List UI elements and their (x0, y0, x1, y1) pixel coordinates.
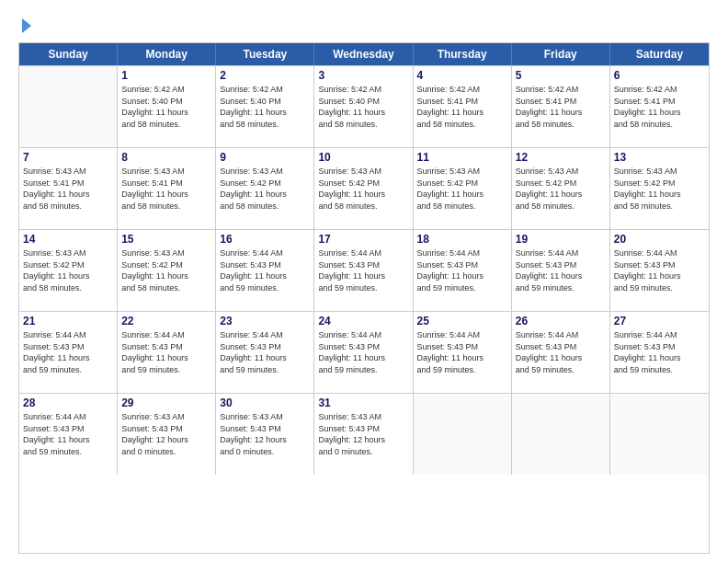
cell-info-line: and 58 minutes. (23, 201, 113, 213)
cell-info-line: Daylight: 11 hours (121, 352, 211, 364)
cell-info-line: and 59 minutes. (220, 282, 310, 294)
cell-info-line: Sunset: 5:41 PM (23, 178, 113, 190)
cell-info-line: Sunrise: 5:44 AM (516, 329, 606, 341)
weekday-header: Friday (512, 43, 610, 65)
cell-info-line: Sunset: 5:40 PM (318, 96, 408, 108)
cell-info-line: and 58 minutes. (516, 201, 606, 213)
cell-info-line: Sunset: 5:41 PM (121, 178, 211, 190)
cell-info-line: Sunrise: 5:44 AM (417, 329, 507, 341)
day-number: 1 (121, 69, 211, 82)
cell-info-line: Sunrise: 5:44 AM (121, 329, 211, 341)
calendar-cell: 14Sunrise: 5:43 AMSunset: 5:42 PMDayligh… (19, 230, 118, 311)
cell-info-line: Sunset: 5:42 PM (23, 259, 113, 271)
day-number: 21 (23, 315, 113, 327)
cell-info-line: Sunrise: 5:44 AM (23, 411, 113, 423)
cell-info-line: Sunset: 5:43 PM (220, 423, 310, 435)
calendar-cell: 12Sunrise: 5:43 AMSunset: 5:42 PMDayligh… (512, 148, 610, 229)
calendar-row: 7Sunrise: 5:43 AMSunset: 5:41 PMDaylight… (19, 147, 709, 229)
calendar-cell: 26Sunrise: 5:44 AMSunset: 5:43 PMDayligh… (512, 312, 610, 393)
weekday-header: Saturday (610, 43, 709, 65)
cell-info-line: Sunrise: 5:42 AM (121, 84, 211, 96)
calendar-cell: 24Sunrise: 5:44 AMSunset: 5:43 PMDayligh… (314, 312, 413, 393)
day-number: 13 (614, 151, 705, 164)
day-number: 5 (516, 69, 606, 82)
cell-info-line: Sunset: 5:40 PM (121, 96, 211, 108)
day-number: 11 (417, 151, 507, 164)
cell-info-line: Sunset: 5:43 PM (318, 259, 408, 271)
cell-info-line: Sunset: 5:40 PM (220, 96, 310, 108)
calendar-cell: 10Sunrise: 5:43 AMSunset: 5:42 PMDayligh… (314, 148, 413, 229)
calendar-cell: 3Sunrise: 5:42 AMSunset: 5:40 PMDaylight… (314, 66, 413, 147)
day-number: 20 (614, 233, 705, 246)
cell-info-line: Sunrise: 5:44 AM (614, 247, 705, 259)
day-number: 14 (23, 233, 113, 246)
calendar-cell: 1Sunrise: 5:42 AMSunset: 5:40 PMDaylight… (118, 66, 216, 147)
calendar-cell: 11Sunrise: 5:43 AMSunset: 5:42 PMDayligh… (414, 148, 512, 229)
calendar-cell: 25Sunrise: 5:44 AMSunset: 5:43 PMDayligh… (414, 312, 512, 393)
cell-info-line: Daylight: 11 hours (121, 270, 211, 282)
cell-info-line: Daylight: 11 hours (23, 352, 113, 364)
calendar-cell: 22Sunrise: 5:44 AMSunset: 5:43 PMDayligh… (118, 312, 216, 393)
cell-info-line: and 58 minutes. (23, 282, 113, 294)
calendar-cell: 16Sunrise: 5:44 AMSunset: 5:43 PMDayligh… (216, 230, 314, 311)
calendar-row: 21Sunrise: 5:44 AMSunset: 5:43 PMDayligh… (19, 311, 709, 393)
cell-info-line: Sunrise: 5:44 AM (220, 247, 310, 259)
cell-info-line: Daylight: 11 hours (220, 189, 310, 201)
cell-info-line: Daylight: 11 hours (23, 434, 113, 446)
calendar-cell: 5Sunrise: 5:42 AMSunset: 5:41 PMDaylight… (512, 66, 610, 147)
cell-info-line: and 58 minutes. (614, 119, 705, 131)
cell-info-line: Sunrise: 5:43 AM (121, 247, 211, 259)
calendar-cell: 15Sunrise: 5:43 AMSunset: 5:42 PMDayligh… (118, 230, 216, 311)
cell-info-line: Sunrise: 5:43 AM (121, 411, 211, 423)
calendar-cell: 29Sunrise: 5:43 AMSunset: 5:43 PMDayligh… (118, 394, 216, 475)
cell-info-line: Sunrise: 5:42 AM (516, 84, 606, 96)
cell-info-line: Sunrise: 5:44 AM (220, 329, 310, 341)
cell-info-line: Sunrise: 5:43 AM (121, 166, 211, 178)
cell-info-line: Sunset: 5:42 PM (417, 178, 507, 190)
cell-info-line: Sunset: 5:41 PM (516, 96, 606, 108)
cell-info-line: Sunset: 5:43 PM (220, 341, 310, 353)
calendar-cell (19, 66, 118, 147)
cell-info-line: Daylight: 11 hours (417, 270, 507, 282)
cell-info-line: Daylight: 11 hours (417, 352, 507, 364)
cell-info-line: Daylight: 11 hours (121, 189, 211, 201)
cell-info-line: and 59 minutes. (516, 282, 606, 294)
calendar-header: SundayMondayTuesdayWednesdayThursdayFrid… (19, 43, 709, 65)
cell-info-line: Sunset: 5:43 PM (220, 259, 310, 271)
cell-info-line: Sunrise: 5:44 AM (516, 247, 606, 259)
cell-info-line: Daylight: 11 hours (318, 189, 408, 201)
cell-info-line: Daylight: 12 hours (318, 434, 408, 446)
weekday-header: Sunday (19, 43, 118, 65)
day-number: 22 (121, 315, 211, 327)
cell-info-line: and 58 minutes. (121, 119, 211, 131)
calendar-cell: 7Sunrise: 5:43 AMSunset: 5:41 PMDaylight… (19, 148, 118, 229)
calendar-cell (610, 394, 709, 475)
calendar-row: 1Sunrise: 5:42 AMSunset: 5:40 PMDaylight… (19, 65, 709, 147)
cell-info-line: and 0 minutes. (220, 446, 310, 458)
calendar-cell: 31Sunrise: 5:43 AMSunset: 5:43 PMDayligh… (314, 394, 413, 475)
cell-info-line: Daylight: 11 hours (121, 107, 211, 119)
cell-info-line: and 58 minutes. (121, 201, 211, 213)
calendar-cell (414, 394, 512, 475)
cell-info-line: and 58 minutes. (417, 119, 507, 131)
cell-info-line: and 59 minutes. (516, 364, 606, 376)
cell-info-line: Sunrise: 5:43 AM (614, 166, 705, 178)
day-number: 28 (23, 396, 113, 409)
cell-info-line: and 59 minutes. (417, 364, 507, 376)
cell-info-line: Sunrise: 5:43 AM (516, 166, 606, 178)
cell-info-line: and 59 minutes. (318, 282, 408, 294)
cell-info-line: Sunrise: 5:44 AM (23, 329, 113, 341)
calendar-cell: 30Sunrise: 5:43 AMSunset: 5:43 PMDayligh… (216, 394, 314, 475)
cell-info-line: Sunset: 5:43 PM (121, 423, 211, 435)
cell-info-line: and 58 minutes. (121, 282, 211, 294)
cell-info-line: Daylight: 11 hours (417, 107, 507, 119)
logo (18, 18, 31, 33)
cell-info-line: Daylight: 11 hours (220, 107, 310, 119)
calendar-row: 28Sunrise: 5:44 AMSunset: 5:43 PMDayligh… (19, 393, 709, 475)
day-number: 23 (220, 315, 310, 327)
cell-info-line: Daylight: 11 hours (516, 189, 606, 201)
cell-info-line: Daylight: 11 hours (614, 352, 705, 364)
cell-info-line: Sunset: 5:42 PM (516, 178, 606, 190)
day-number: 12 (516, 151, 606, 164)
cell-info-line: Daylight: 11 hours (23, 189, 113, 201)
